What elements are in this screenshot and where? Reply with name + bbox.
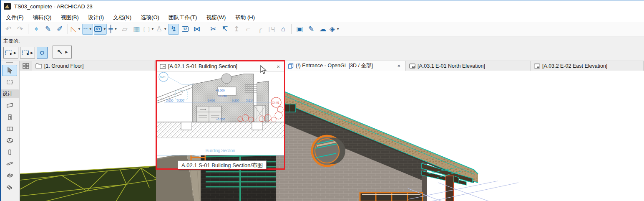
split-button[interactable]: ✂ (208, 24, 219, 35)
trace-frame-icon: ▢ (143, 25, 150, 33)
inject-parameters-icon: ✐ (57, 25, 63, 33)
dropdown-arrow-icon[interactable]: ▼ (164, 27, 167, 31)
tab-east-elevation[interactable]: [A.03.2 E-02 East Elevation] (531, 61, 644, 71)
menu-3[interactable]: 视图(B) (56, 12, 83, 22)
teamwork-user-button[interactable]: ♙▼ (156, 24, 167, 35)
home-story-button[interactable]: ⌂ (278, 24, 289, 35)
trim-button[interactable]: ↥ (231, 24, 242, 35)
toolbox-section-design[interactable]: 设计 (0, 89, 19, 98)
measure-icon: 12 (182, 26, 189, 32)
tab-entrance-3d[interactable]: (!) Entrance - OpenGL [3D / 全部]× (284, 61, 406, 71)
tool-slab[interactable] (2, 170, 17, 181)
tool-stair[interactable] (2, 182, 17, 193)
toolbar-separator (68, 24, 68, 34)
tab-label: [A.03.1 E-01 North Elevation] (418, 63, 485, 69)
cursor-icon: ↖ (56, 48, 63, 56)
tool-wall[interactable] (2, 100, 17, 111)
tool-window[interactable] (2, 123, 17, 135)
guide-lines-button[interactable]: ◺▼ (70, 24, 81, 35)
fillet-button[interactable]: ╭ (254, 24, 265, 35)
menu-2[interactable]: 编辑(Q) (28, 12, 56, 22)
section-preview-thumbnail[interactable]: +3.000 +2.750 +0.500 2.650 0.250 6.000 0… (157, 72, 284, 155)
pickup-parameters-button[interactable]: ✎ (43, 24, 53, 35)
favorites-button[interactable]: ◈▼ (329, 24, 340, 35)
magnet-snap-button[interactable]: Ω (37, 47, 47, 59)
redo-button[interactable]: ↷ (15, 24, 25, 35)
flyout-arrow-icon[interactable]: ▶ (14, 51, 16, 55)
tool-column[interactable] (2, 147, 17, 158)
svg-text:Ch-01: Ch-01 (272, 101, 279, 104)
element-snap-button[interactable]: ↯ (168, 24, 179, 35)
intersect-button[interactable]: ⌐ (243, 24, 254, 35)
preview-caption: Building Section (206, 148, 235, 153)
dropdown-arrow-icon[interactable]: ▼ (114, 27, 118, 31)
menu-6[interactable]: 选项(O) (136, 12, 164, 22)
layers-icon: ▦ (133, 25, 140, 33)
menu-8[interactable]: 视窗(W) (201, 12, 230, 22)
undo-button[interactable]: ↶ (3, 24, 14, 35)
cloud-publish-button[interactable]: ☁ (317, 24, 328, 35)
quick-buttons-row: ➤▶➤▶Ω↖▶ (3, 46, 73, 59)
tab-label: [A.02.1 S-01 Building Section] (168, 64, 237, 69)
intersect-icon: ⌐ (246, 25, 250, 33)
flyout-arrow-icon[interactable]: ▶ (65, 50, 68, 54)
tool-corner-window[interactable] (2, 135, 17, 146)
dim-1: 2.650 (166, 99, 174, 102)
dropdown-arrow-icon[interactable]: ▼ (336, 27, 340, 31)
resize-button[interactable]: ◳ (266, 24, 277, 35)
menu-7[interactable]: 团队工作(T) (164, 12, 202, 22)
adjust-button[interactable]: ↸ (219, 24, 230, 35)
viewport-3d[interactable] (20, 71, 644, 201)
snap-guides-button[interactable]: ╌▼ (82, 24, 93, 35)
window-title: TS03_complete - ARCHICAD 23 (14, 3, 93, 10)
dropdown-arrow-icon[interactable]: ▼ (89, 27, 92, 31)
tool-arrow[interactable] (2, 65, 17, 76)
cloud-publish-icon: ☁ (319, 25, 327, 33)
toolbar-separator (205, 24, 205, 34)
tab-north-elevation[interactable]: [A.03.1 E-01 North Elevation] (406, 61, 531, 71)
marquee-select-button[interactable]: ➤▶ (20, 47, 35, 59)
wall-icon (6, 102, 13, 109)
layers-button[interactable]: ▦ (131, 24, 142, 35)
elevation-sheet-icon (409, 64, 415, 69)
arrow-tool-button[interactable]: ↖▶ (53, 46, 72, 59)
trace-frame-button[interactable]: ▢▼ (143, 24, 155, 35)
toolbox-sidebar: 设计 (0, 61, 20, 201)
tab-preview-popup: [A.02.1 S-01 Building Section] × (156, 60, 285, 170)
markup-button[interactable]: ✎ (306, 24, 317, 35)
tool-marquee[interactable] (2, 76, 17, 88)
dropdown-arrow-icon[interactable]: ▼ (151, 27, 154, 31)
zoom-input-button[interactable]: ⌖ (31, 24, 42, 35)
menu-4[interactable]: 设计(I) (83, 12, 108, 22)
measure-button[interactable]: 12 (180, 24, 191, 35)
flyout-arrow-icon[interactable]: ▶ (30, 51, 33, 55)
stretch-button[interactable]: ⋈ (191, 24, 202, 35)
marquee-arrow-icon: ➤ (5, 51, 12, 55)
menu-5[interactable]: 文档(N) (108, 12, 136, 22)
close-tab-button[interactable]: × (395, 63, 403, 69)
svg-text:D-01: D-01 (160, 76, 166, 79)
edit-selection-icon: ▣ (296, 25, 303, 33)
redo-icon: ↷ (17, 25, 23, 33)
mouse-cursor-icon (260, 65, 267, 74)
edit-selection-button[interactable]: ▣ (294, 24, 305, 35)
trace-reference-button[interactable]: ▱ (119, 24, 130, 35)
tool-beam[interactable] (2, 158, 17, 170)
marquee-move-button[interactable]: ➤▶ (3, 47, 18, 59)
grid-snap-button[interactable]: ┿▼ (108, 24, 118, 35)
dropdown-arrow-icon[interactable]: ▼ (78, 27, 81, 31)
tool-door[interactable] (2, 112, 17, 123)
dropdown-arrow-icon[interactable]: ▼ (103, 27, 106, 31)
menu-9[interactable]: 帮助 (H) (230, 12, 259, 22)
coordinates-button[interactable]: XY▼ (94, 24, 107, 35)
fillet-icon: ╭ (258, 25, 262, 33)
menu-1[interactable]: 文件(F) (1, 12, 28, 22)
main-toolbar: ↶↷⌖✎✐◺▼╌▼XY▼┿▼▱▦▢▼♙▼↯12⋈✂↸↥⌐╭◳⌂▣✎☁◈▼ (0, 22, 644, 36)
cube-3d-icon (288, 63, 294, 69)
toolbox-drag-handle[interactable] (6, 62, 13, 63)
tab-overview-button[interactable] (20, 61, 32, 71)
tab-ground-floor[interactable]: [1. Ground Floor] (32, 61, 154, 71)
stretch-icon: ⋈ (194, 25, 201, 33)
close-tab-button[interactable]: × (274, 64, 282, 70)
inject-parameters-button[interactable]: ✐ (54, 24, 65, 35)
